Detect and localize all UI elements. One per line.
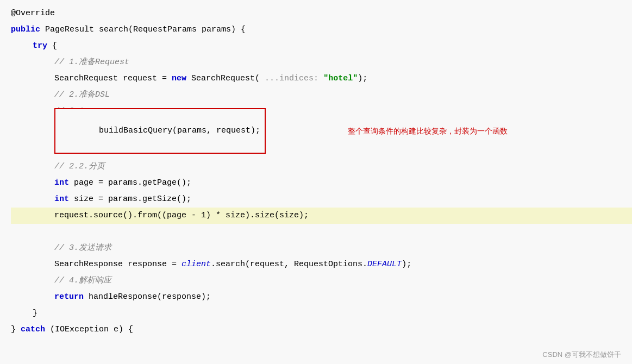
line-override: @Override [11,5,632,22]
line-search-request: SearchRequest request = new SearchReques… [11,71,632,87]
override-annotation: @Override [11,7,55,20]
comment2-text: // 2.准备DSL [54,89,110,102]
line-comment2-2: // 2.2.分页 [11,159,632,175]
line-comment1: // 1.准备Request [11,54,632,71]
method-sig-rest: PageResult search(RequestParams params) … [40,23,246,36]
line-empty2 [11,224,632,240]
comment4-text: // 4.解析响应 [54,274,111,287]
kw-public: public [11,23,40,36]
annotation-text: 整个查询条件的构建比较复杂，封装为一个函数 [348,125,508,137]
comment3-text: // 3.发送请求 [54,242,111,255]
red-box: buildBasicQuery(params, request); [54,108,266,154]
comment1-text: // 1.准备Request [54,56,129,69]
code-container: @Override public PageResult search(Reque… [0,0,632,364]
line-int-size: int size = params.getSize(); [11,191,632,208]
build-query-text: buildBasicQuery(params, request); [99,126,260,135]
line-return: return handleResponse(response); [11,289,632,305]
line-search-response: SearchResponse response = client.search(… [11,256,632,273]
line-comment2: // 2.准备DSL [11,87,632,103]
line-int-page: int page = params.getPage(); [11,175,632,191]
line-catch: } catch (IOException e) { [11,322,632,338]
kw-try: try [33,40,47,53]
line-close-try: } [11,305,632,322]
line-try: try { [11,38,632,54]
line-build-query: buildBasicQuery(params, request); 整个查询条件… [11,120,632,142]
line-request-source: request.source().from((page - 1) * size)… [11,208,632,224]
line-comment4: // 4.解析响应 [11,273,632,289]
code-content: @Override public PageResult search(Reque… [0,5,632,338]
line-comment3: // 3.发送请求 [11,240,632,256]
comment2-2-text: // 2.2.分页 [54,160,105,173]
line-method-sig: public PageResult search(RequestParams p… [11,22,632,38]
watermark: CSDN @可我不想做饼干 [542,350,621,360]
